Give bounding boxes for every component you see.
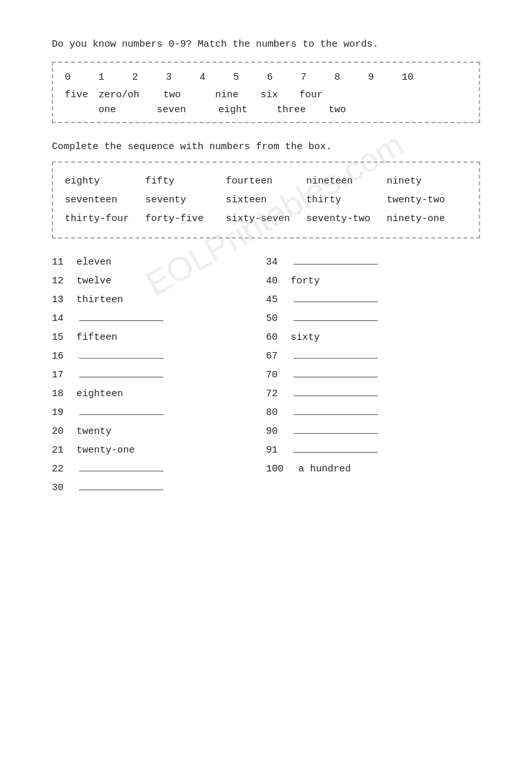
ex-blank-30[interactable] <box>79 490 163 490</box>
ex-blank-16[interactable] <box>79 358 163 359</box>
ex-row-40: 40 forty <box>266 276 481 287</box>
instruction-1: Do you know numbers 0-9? Match the numbe… <box>52 39 480 50</box>
ex-word-13: thirteen <box>76 294 128 305</box>
ex-num-50: 50 <box>266 313 291 324</box>
ex-row-90: 90 <box>266 426 481 437</box>
ex-num-11: 11 <box>52 257 76 268</box>
num-0: 0 <box>65 72 98 83</box>
ex-num-80: 80 <box>266 407 291 418</box>
word-box-grid: eighty fifty fourteen nineteen ninety se… <box>65 172 467 228</box>
ex-blank-67[interactable] <box>294 358 378 359</box>
ex-num-40: 40 <box>266 276 291 287</box>
num-6: 6 <box>267 72 301 83</box>
ex-word-15: fifteen <box>76 332 128 343</box>
num-9: 9 <box>368 72 402 83</box>
ex-row-67: 67 <box>266 351 481 362</box>
ex-num-20: 20 <box>52 426 76 437</box>
ex-row-50: 50 <box>266 313 481 324</box>
ex-word-60: sixty <box>291 332 343 343</box>
num-4: 4 <box>200 72 233 83</box>
ex-row-21: 21 twenty-one <box>52 445 266 456</box>
word-seven: seven <box>157 104 218 115</box>
ex-row-15: 15 fifteen <box>52 332 266 343</box>
ex-row-30: 30 <box>52 482 266 493</box>
box-seventy: seventy <box>145 193 226 207</box>
num-10: 10 <box>402 72 435 83</box>
num-1: 1 <box>98 72 132 83</box>
word-three: three <box>277 104 329 115</box>
word-five: five <box>65 89 98 101</box>
ex-blank-34[interactable] <box>294 264 378 265</box>
word-eight: eight <box>218 104 277 115</box>
word-row-1: five zero/oh two nine six four <box>65 89 467 101</box>
num-7: 7 <box>301 72 334 83</box>
ex-row-13: 13 thirteen <box>52 294 266 305</box>
ex-row-14: 14 <box>52 313 266 324</box>
ex-blank-72[interactable] <box>294 396 378 396</box>
ex-row-12: 12 twelve <box>52 276 266 287</box>
ex-blank-22[interactable] <box>79 471 163 471</box>
word-zero: zero/oh <box>98 89 163 101</box>
ex-num-16: 16 <box>52 351 76 362</box>
ex-word-100: a hundred <box>299 464 351 475</box>
ex-word-18: eighteen <box>76 388 128 399</box>
ex-num-90: 90 <box>266 426 291 437</box>
num-8: 8 <box>334 72 368 83</box>
ex-blank-45[interactable] <box>294 302 378 302</box>
ex-blank-14[interactable] <box>79 320 163 321</box>
ex-row-11: 11 eleven <box>52 257 266 268</box>
ex-blank-70[interactable] <box>294 377 378 377</box>
ex-row-22: 22 <box>52 464 266 475</box>
ex-num-17: 17 <box>52 370 76 381</box>
ex-row-17: 17 <box>52 370 266 381</box>
ex-row-20: 20 twenty <box>52 426 266 437</box>
number-row: 0 1 2 3 4 5 6 7 8 9 10 <box>65 72 467 83</box>
ex-num-18: 18 <box>52 388 76 399</box>
ex-num-22: 22 <box>52 464 76 475</box>
ex-blank-17[interactable] <box>79 377 163 377</box>
ex-row-16: 16 <box>52 351 266 362</box>
ex-row-80: 80 <box>266 407 481 418</box>
ex-num-19: 19 <box>52 407 76 418</box>
ex-word-20: twenty <box>76 426 128 437</box>
ex-word-21: twenty-one <box>76 445 135 456</box>
ex-blank-50[interactable] <box>294 320 378 321</box>
word-one: one <box>98 104 157 115</box>
ex-num-12: 12 <box>52 276 76 287</box>
num-2: 2 <box>132 72 166 83</box>
ex-row-91: 91 <box>266 445 481 456</box>
box-ninety-one: ninety-one <box>387 212 467 226</box>
box-forty-five: forty-five <box>145 212 226 226</box>
ex-blank-90[interactable] <box>294 433 378 434</box>
box-twenty-two: twenty-two <box>387 193 467 207</box>
ex-num-14: 14 <box>52 313 76 324</box>
ex-blank-91[interactable] <box>294 452 378 453</box>
word-nine: nine <box>215 89 260 101</box>
box-ninety: ninety <box>387 174 467 188</box>
ex-blank-80[interactable] <box>294 414 378 415</box>
box-seventy-two: seventy-two <box>306 212 387 226</box>
box-eighty: eighty <box>65 174 145 188</box>
box-fifty: fifty <box>145 174 226 188</box>
ex-row-19: 19 <box>52 407 266 418</box>
ex-blank-19[interactable] <box>79 414 163 415</box>
ex-num-100: 100 <box>266 464 299 475</box>
box-sixty-seven: sixty-seven <box>226 212 306 226</box>
ex-row-45: 45 <box>266 294 481 305</box>
ex-row-34: 34 <box>266 257 481 268</box>
ex-num-91: 91 <box>266 445 291 456</box>
word-box: eighty fifty fourteen nineteen ninety se… <box>52 161 480 239</box>
box-seventeen: seventeen <box>65 193 145 207</box>
box-nineteen: nineteen <box>306 174 387 188</box>
ex-num-34: 34 <box>266 257 291 268</box>
ex-word-11: eleven <box>76 257 128 268</box>
ex-num-45: 45 <box>266 294 291 305</box>
ex-num-60: 60 <box>266 332 291 343</box>
ex-num-72: 72 <box>266 388 291 399</box>
box-fourteen: fourteen <box>226 174 306 188</box>
ex-num-30: 30 <box>52 482 76 493</box>
box-thirty-four: thirty-four <box>65 212 145 226</box>
ex-num-21: 21 <box>52 445 76 456</box>
exercise-area: 11 eleven 12 twelve 13 thirteen 14 15 fi… <box>52 257 480 501</box>
ex-num-15: 15 <box>52 332 76 343</box>
